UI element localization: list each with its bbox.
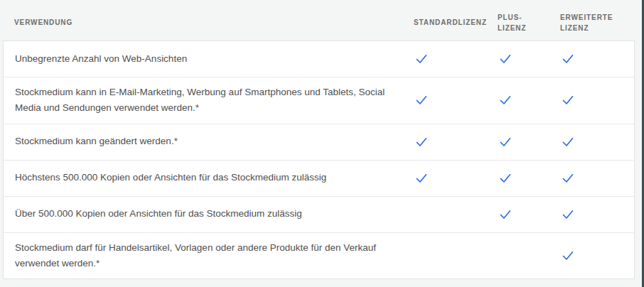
check-icon <box>562 95 574 105</box>
cell-standardlizenz <box>414 41 498 77</box>
cell-erweiterte-lizenz <box>561 77 635 124</box>
cell-erweiterte-lizenz <box>561 161 635 196</box>
row-label: Höchstens 500.000 Kopien oder Ansichten … <box>4 163 414 193</box>
table-header-row: VERWENDUNG STANDARDLIZENZ PLUS-LIZENZ ER… <box>3 0 635 40</box>
check-icon <box>500 137 511 147</box>
check-icon <box>562 137 574 147</box>
cell-standardlizenz <box>414 197 498 232</box>
table-row: Stockmedium darf für Handelsartikel, Vor… <box>4 233 634 279</box>
row-label: Stockmedium darf für Handelsartikel, Vor… <box>4 233 414 279</box>
row-label: Stockmedium kann geändert werden.* <box>4 126 414 156</box>
column-header-erweiterte-lizenz: ERWEITERTELIZENZ <box>560 13 635 33</box>
comparison-table-body: Unbegrenzte Anzahl von Web-AnsichtenStoc… <box>3 40 635 279</box>
cell-erweiterte-lizenz <box>561 233 635 279</box>
check-icon <box>500 210 511 220</box>
check-icon <box>562 173 574 183</box>
cell-erweiterte-lizenz <box>561 197 635 232</box>
column-header-standardlizenz: STANDARDLIZENZ <box>414 18 498 28</box>
check-icon <box>416 137 427 147</box>
cell-plus-lizenz <box>498 161 561 196</box>
row-label: Unbegrenzte Anzahl von Web-Ansichten <box>4 44 414 74</box>
cell-plus-lizenz <box>498 233 561 279</box>
check-icon <box>416 54 427 64</box>
table-row: Höchstens 500.000 Kopien oder Ansichten … <box>4 161 634 197</box>
check-icon <box>562 210 574 220</box>
column-header-plus-lizenz: PLUS-LIZENZ <box>498 13 560 33</box>
cell-plus-lizenz <box>498 41 561 77</box>
column-header-verwendung: VERWENDUNG <box>3 18 414 28</box>
check-icon <box>500 54 511 64</box>
check-icon <box>562 251 574 261</box>
cell-standardlizenz <box>414 77 498 124</box>
cell-standardlizenz <box>414 161 498 196</box>
cell-standardlizenz <box>414 124 498 160</box>
cell-plus-lizenz <box>498 77 561 124</box>
license-comparison-page: VERWENDUNG STANDARDLIZENZ PLUS-LIZENZ ER… <box>0 0 644 287</box>
cell-standardlizenz <box>414 233 498 279</box>
table-row: Unbegrenzte Anzahl von Web-Ansichten <box>4 41 634 77</box>
cell-erweiterte-lizenz <box>561 41 635 77</box>
check-icon <box>416 173 427 183</box>
table-row: Stockmedium kann geändert werden.* <box>4 124 634 161</box>
check-icon <box>500 95 511 105</box>
license-comparison-table: VERWENDUNG STANDARDLIZENZ PLUS-LIZENZ ER… <box>3 0 635 279</box>
row-label: Über 500.000 Kopien oder Ansichten für d… <box>4 199 414 229</box>
check-icon <box>562 54 574 64</box>
cell-erweiterte-lizenz <box>561 124 635 160</box>
cell-plus-lizenz <box>498 124 561 160</box>
table-row: Über 500.000 Kopien oder Ansichten für d… <box>4 197 634 233</box>
check-icon <box>500 173 511 183</box>
cell-plus-lizenz <box>498 197 561 232</box>
table-row: Stockmedium kann in E-Mail-Marketing, We… <box>4 77 634 124</box>
check-icon <box>416 95 427 105</box>
row-label: Stockmedium kann in E-Mail-Marketing, We… <box>4 77 414 124</box>
